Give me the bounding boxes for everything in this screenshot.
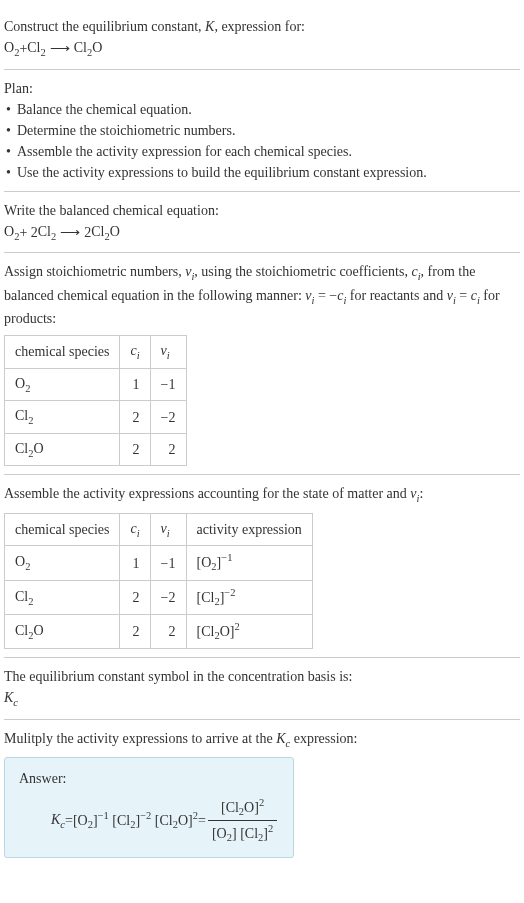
term2: [Cl2]−2 <box>112 808 151 833</box>
balanced-equation: O2 + 2 Cl2 ⟶ 2 Cl2O <box>4 221 520 245</box>
activity-text: Assemble the activity expressions accoun… <box>4 483 520 507</box>
k-symbol: K <box>205 19 214 34</box>
basis-section: The equilibrium constant symbol in the c… <box>4 658 520 720</box>
cell-c: 1 <box>120 368 150 401</box>
cell-species: O2 <box>5 368 120 401</box>
cell-c: 1 <box>120 546 150 580</box>
eq-o2: O2 <box>4 37 19 61</box>
cell-species: Cl2 <box>5 580 120 614</box>
cell-nu: −1 <box>150 546 186 580</box>
plan-section: Plan: Balance the chemical equation. Det… <box>4 70 520 192</box>
cell-c: 2 <box>120 433 150 466</box>
activity-section: Assemble the activity expressions accoun… <box>4 475 520 658</box>
col-nui: νi <box>150 336 186 369</box>
answer-box: Answer: Kc = [O2]−1 [Cl2]−2 [Cl2O]2 = [C… <box>4 757 294 857</box>
activity-table: chemical species ci νi activity expressi… <box>4 513 313 649</box>
multiply-text: Mulitply the activity expressions to arr… <box>4 728 520 752</box>
cell-nu: 2 <box>150 433 186 466</box>
table-row: Cl2 2 −2 [Cl2]−2 <box>5 580 313 614</box>
term1: [O2]−1 <box>73 808 109 833</box>
equals: = <box>65 810 73 831</box>
cell-nu: −2 <box>150 401 186 434</box>
stoich-table: chemical species ci νi O2 1 −1 Cl2 2 −2 … <box>4 335 187 466</box>
bal-cl2o: Cl2O <box>91 221 120 245</box>
cell-species: Cl2 <box>5 401 120 434</box>
plan-item: Determine the stoichiometric numbers. <box>6 120 520 141</box>
cell-activity: [O2]−1 <box>186 546 312 580</box>
term3: [Cl2O]2 <box>155 808 198 833</box>
eq-cl2: Cl2 <box>27 37 45 61</box>
cell-c: 2 <box>120 580 150 614</box>
bal-plus: + 2 <box>19 222 37 243</box>
answer-expression: Kc = [O2]−1 [Cl2]−2 [Cl2O]2 = [Cl2O]2 [O… <box>19 795 279 846</box>
intro-equation: O2 + Cl2 ⟶ Cl2O <box>4 37 520 61</box>
assign-text: Assign stoichiometric numbers, νi, using… <box>4 261 520 329</box>
assign-section: Assign stoichiometric numbers, νi, using… <box>4 253 520 475</box>
col-nui: νi <box>150 513 186 546</box>
col-activity: activity expression <box>186 513 312 546</box>
intro-section: Construct the equilibrium constant, K, e… <box>4 8 520 70</box>
eq-plus: + <box>19 38 27 59</box>
table-header-row: chemical species ci νi <box>5 336 187 369</box>
bal-o2: O2 <box>4 221 19 245</box>
intro-line1: Construct the equilibrium constant, <box>4 19 205 34</box>
arrow-icon: ⟶ <box>46 38 74 59</box>
equals2: = <box>198 810 206 831</box>
plan-item: Assemble the activity expression for eac… <box>6 141 520 162</box>
bal-cl2: Cl2 <box>38 221 56 245</box>
plan-item: Use the activity expressions to build th… <box>6 162 520 183</box>
cell-nu: −1 <box>150 368 186 401</box>
intro-text: Construct the equilibrium constant, K, e… <box>4 16 520 37</box>
table-row: Cl2 2 −2 <box>5 401 187 434</box>
table-row: Cl2O 2 2 <box>5 433 187 466</box>
cell-activity: [Cl2]−2 <box>186 580 312 614</box>
col-ci: ci <box>120 336 150 369</box>
cell-activity: [Cl2O]2 <box>186 614 312 648</box>
table-header-row: chemical species ci νi activity expressi… <box>5 513 313 546</box>
cell-nu: 2 <box>150 614 186 648</box>
fraction: [Cl2O]2 [O2] [Cl2]2 <box>208 795 277 846</box>
bal-rhs-coef: 2 <box>84 222 91 243</box>
col-ci: ci <box>120 513 150 546</box>
table-row: Cl2O 2 2 [Cl2O]2 <box>5 614 313 648</box>
denominator: [O2] [Cl2]2 <box>208 820 277 846</box>
cell-c: 2 <box>120 401 150 434</box>
kc: Kc <box>51 809 65 833</box>
table-row: O2 1 −1 <box>5 368 187 401</box>
cell-species: Cl2O <box>5 614 120 648</box>
plan-title: Plan: <box>4 78 520 99</box>
cell-c: 2 <box>120 614 150 648</box>
col-species: chemical species <box>5 513 120 546</box>
plan-bullets: Balance the chemical equation. Determine… <box>6 99 520 183</box>
plan-item: Balance the chemical equation. <box>6 99 520 120</box>
eq-cl2o: Cl2O <box>74 37 103 61</box>
cell-nu: −2 <box>150 580 186 614</box>
cell-species: Cl2O <box>5 433 120 466</box>
balanced-section: Write the balanced chemical equation: O2… <box>4 192 520 254</box>
table-row: O2 1 −1 [O2]−1 <box>5 546 313 580</box>
answer-label: Answer: <box>19 768 279 789</box>
col-species: chemical species <box>5 336 120 369</box>
arrow-icon: ⟶ <box>56 222 84 243</box>
balanced-title: Write the balanced chemical equation: <box>4 200 520 221</box>
intro-line1b: , expression for: <box>214 19 305 34</box>
numerator: [Cl2O]2 <box>217 795 268 820</box>
multiply-section: Mulitply the activity expressions to arr… <box>4 720 520 866</box>
cell-species: O2 <box>5 546 120 580</box>
basis-text: The equilibrium constant symbol in the c… <box>4 666 520 687</box>
basis-symbol: Kc <box>4 687 520 711</box>
